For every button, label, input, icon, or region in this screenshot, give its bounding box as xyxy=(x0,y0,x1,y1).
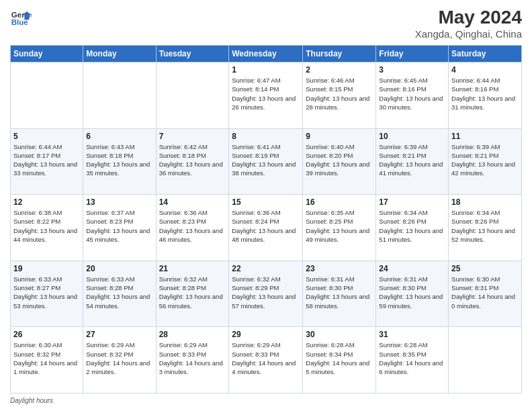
day-number: 18 xyxy=(451,197,519,207)
day-number: 26 xyxy=(13,330,80,339)
calendar-header-cell: Sunday xyxy=(11,46,83,62)
calendar-cell: 29Sunrise: 6:29 AM Sunset: 8:33 PM Dayli… xyxy=(229,327,303,394)
calendar-cell: 16Sunrise: 6:35 AM Sunset: 8:25 PM Dayli… xyxy=(303,195,376,261)
day-info: Sunrise: 6:30 AM Sunset: 8:32 PM Dayligh… xyxy=(13,340,80,376)
day-number: 10 xyxy=(379,132,445,141)
calendar-cell xyxy=(11,62,83,129)
day-info: Sunrise: 6:41 AM Sunset: 8:19 PM Dayligh… xyxy=(232,142,300,178)
calendar-header-cell: Monday xyxy=(83,46,156,62)
calendar-header-cell: Tuesday xyxy=(156,46,229,62)
day-info: Sunrise: 6:45 AM Sunset: 8:16 PM Dayligh… xyxy=(379,76,445,111)
calendar-cell xyxy=(156,62,229,129)
day-number: 9 xyxy=(306,132,373,141)
calendar-cell: 10Sunrise: 6:39 AM Sunset: 8:21 PM Dayli… xyxy=(376,128,449,195)
day-number: 13 xyxy=(86,197,152,207)
calendar-cell: 6Sunrise: 6:43 AM Sunset: 8:18 PM Daylig… xyxy=(83,128,156,195)
calendar-week-row: 5Sunrise: 6:44 AM Sunset: 8:17 PM Daylig… xyxy=(11,128,522,195)
day-info: Sunrise: 6:46 AM Sunset: 8:15 PM Dayligh… xyxy=(306,76,373,111)
day-info: Sunrise: 6:43 AM Sunset: 8:18 PM Dayligh… xyxy=(86,142,152,178)
day-number: 16 xyxy=(306,197,373,207)
calendar-cell xyxy=(449,327,522,394)
day-info: Sunrise: 6:36 AM Sunset: 8:23 PM Dayligh… xyxy=(159,208,226,244)
subtitle: Xangda, Qinghai, China xyxy=(415,28,522,40)
calendar-cell: 25Sunrise: 6:30 AM Sunset: 8:31 PM Dayli… xyxy=(449,261,522,327)
calendar-cell: 26Sunrise: 6:30 AM Sunset: 8:32 PM Dayli… xyxy=(11,327,83,394)
calendar-cell xyxy=(83,62,156,129)
calendar-cell: 1Sunrise: 6:47 AM Sunset: 8:14 PM Daylig… xyxy=(229,62,303,129)
day-number: 3 xyxy=(379,65,445,75)
calendar-week-row: 12Sunrise: 6:38 AM Sunset: 8:22 PM Dayli… xyxy=(11,195,522,261)
day-info: Sunrise: 6:39 AM Sunset: 8:21 PM Dayligh… xyxy=(379,142,445,178)
calendar-cell: 23Sunrise: 6:31 AM Sunset: 8:30 PM Dayli… xyxy=(303,261,376,327)
day-number: 21 xyxy=(159,264,226,273)
title-block: May 2024 Xangda, Qinghai, China xyxy=(415,7,522,40)
day-info: Sunrise: 6:34 AM Sunset: 8:26 PM Dayligh… xyxy=(451,208,519,244)
calendar-cell: 7Sunrise: 6:42 AM Sunset: 8:18 PM Daylig… xyxy=(156,128,229,195)
calendar-week-row: 1Sunrise: 6:47 AM Sunset: 8:14 PM Daylig… xyxy=(11,62,522,129)
footer: Daylight hours xyxy=(10,397,522,404)
day-number: 19 xyxy=(13,264,80,273)
calendar-cell: 8Sunrise: 6:41 AM Sunset: 8:19 PM Daylig… xyxy=(229,128,303,195)
day-number: 31 xyxy=(379,330,445,339)
calendar-cell: 31Sunrise: 6:28 AM Sunset: 8:35 PM Dayli… xyxy=(376,327,449,394)
day-info: Sunrise: 6:29 AM Sunset: 8:33 PM Dayligh… xyxy=(159,340,226,376)
calendar-cell: 24Sunrise: 6:31 AM Sunset: 8:30 PM Dayli… xyxy=(376,261,449,327)
day-number: 14 xyxy=(159,197,226,207)
day-number: 8 xyxy=(232,132,300,141)
day-number: 29 xyxy=(232,330,300,339)
calendar-cell: 30Sunrise: 6:28 AM Sunset: 8:34 PM Dayli… xyxy=(303,327,376,394)
day-info: Sunrise: 6:33 AM Sunset: 8:28 PM Dayligh… xyxy=(86,275,152,310)
day-info: Sunrise: 6:39 AM Sunset: 8:21 PM Dayligh… xyxy=(451,142,519,178)
calendar-cell: 17Sunrise: 6:34 AM Sunset: 8:26 PM Dayli… xyxy=(376,195,449,261)
calendar-cell: 5Sunrise: 6:44 AM Sunset: 8:17 PM Daylig… xyxy=(11,128,83,195)
day-info: Sunrise: 6:30 AM Sunset: 8:31 PM Dayligh… xyxy=(451,275,519,310)
day-info: Sunrise: 6:42 AM Sunset: 8:18 PM Dayligh… xyxy=(159,142,226,178)
day-number: 1 xyxy=(232,65,300,75)
calendar-cell: 12Sunrise: 6:38 AM Sunset: 8:22 PM Dayli… xyxy=(11,195,83,261)
calendar-week-row: 19Sunrise: 6:33 AM Sunset: 8:27 PM Dayli… xyxy=(11,261,522,327)
calendar-cell: 27Sunrise: 6:29 AM Sunset: 8:32 PM Dayli… xyxy=(83,327,156,394)
calendar-header-row: SundayMondayTuesdayWednesdayThursdayFrid… xyxy=(11,46,522,62)
day-info: Sunrise: 6:40 AM Sunset: 8:20 PM Dayligh… xyxy=(306,142,373,178)
calendar-cell: 15Sunrise: 6:36 AM Sunset: 8:24 PM Dayli… xyxy=(229,195,303,261)
day-number: 20 xyxy=(86,264,152,273)
logo-icon: General Blue xyxy=(10,7,32,28)
day-number: 6 xyxy=(86,132,152,141)
day-info: Sunrise: 6:36 AM Sunset: 8:24 PM Dayligh… xyxy=(232,208,300,244)
day-info: Sunrise: 6:47 AM Sunset: 8:14 PM Dayligh… xyxy=(232,76,300,111)
logo: General Blue xyxy=(10,7,32,28)
calendar-week-row: 26Sunrise: 6:30 AM Sunset: 8:32 PM Dayli… xyxy=(11,327,522,394)
calendar-cell: 22Sunrise: 6:32 AM Sunset: 8:29 PM Dayli… xyxy=(229,261,303,327)
calendar-cell: 14Sunrise: 6:36 AM Sunset: 8:23 PM Dayli… xyxy=(156,195,229,261)
day-number: 30 xyxy=(306,330,373,339)
day-info: Sunrise: 6:38 AM Sunset: 8:22 PM Dayligh… xyxy=(13,208,80,244)
day-number: 12 xyxy=(13,197,80,207)
day-info: Sunrise: 6:29 AM Sunset: 8:32 PM Dayligh… xyxy=(86,340,152,376)
calendar-cell: 21Sunrise: 6:32 AM Sunset: 8:28 PM Dayli… xyxy=(156,261,229,327)
main-title: May 2024 xyxy=(415,7,522,28)
day-number: 23 xyxy=(306,264,373,273)
calendar-header-cell: Saturday xyxy=(449,46,522,62)
day-number: 22 xyxy=(232,264,300,273)
day-info: Sunrise: 6:34 AM Sunset: 8:26 PM Dayligh… xyxy=(379,208,445,244)
calendar-cell: 9Sunrise: 6:40 AM Sunset: 8:20 PM Daylig… xyxy=(303,128,376,195)
calendar-cell: 13Sunrise: 6:37 AM Sunset: 8:23 PM Dayli… xyxy=(83,195,156,261)
page: General Blue May 2024 Xangda, Qinghai, C… xyxy=(0,0,532,411)
day-info: Sunrise: 6:37 AM Sunset: 8:23 PM Dayligh… xyxy=(86,208,152,244)
calendar-cell: 19Sunrise: 6:33 AM Sunset: 8:27 PM Dayli… xyxy=(11,261,83,327)
day-info: Sunrise: 6:44 AM Sunset: 8:16 PM Dayligh… xyxy=(451,76,519,111)
day-info: Sunrise: 6:28 AM Sunset: 8:35 PM Dayligh… xyxy=(379,340,445,376)
calendar-cell: 18Sunrise: 6:34 AM Sunset: 8:26 PM Dayli… xyxy=(449,195,522,261)
calendar-cell: 20Sunrise: 6:33 AM Sunset: 8:28 PM Dayli… xyxy=(83,261,156,327)
day-number: 15 xyxy=(232,197,300,207)
day-info: Sunrise: 6:32 AM Sunset: 8:28 PM Dayligh… xyxy=(159,275,226,310)
calendar-header-cell: Wednesday xyxy=(229,46,303,62)
header: General Blue May 2024 Xangda, Qinghai, C… xyxy=(10,7,522,40)
day-info: Sunrise: 6:31 AM Sunset: 8:30 PM Dayligh… xyxy=(306,275,373,310)
calendar-table: SundayMondayTuesdayWednesdayThursdayFrid… xyxy=(10,45,522,394)
day-info: Sunrise: 6:32 AM Sunset: 8:29 PM Dayligh… xyxy=(232,275,300,310)
day-number: 11 xyxy=(451,132,519,141)
day-number: 25 xyxy=(451,264,519,273)
day-number: 27 xyxy=(86,330,152,339)
calendar-cell: 11Sunrise: 6:39 AM Sunset: 8:21 PM Dayli… xyxy=(449,128,522,195)
